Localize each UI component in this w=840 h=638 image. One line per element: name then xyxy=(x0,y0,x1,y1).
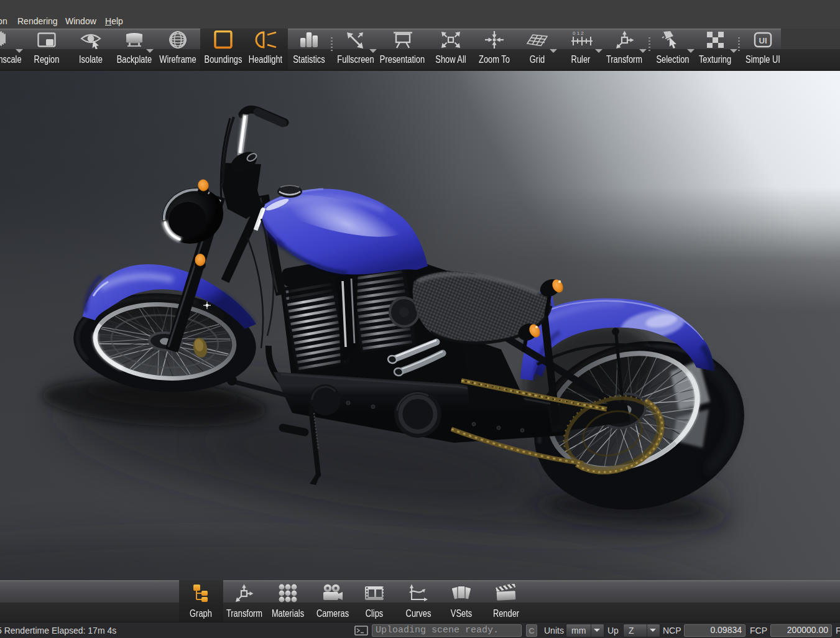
svg-text:UI: UI xyxy=(759,36,767,45)
svg-text:0 1 2: 0 1 2 xyxy=(573,30,584,36)
